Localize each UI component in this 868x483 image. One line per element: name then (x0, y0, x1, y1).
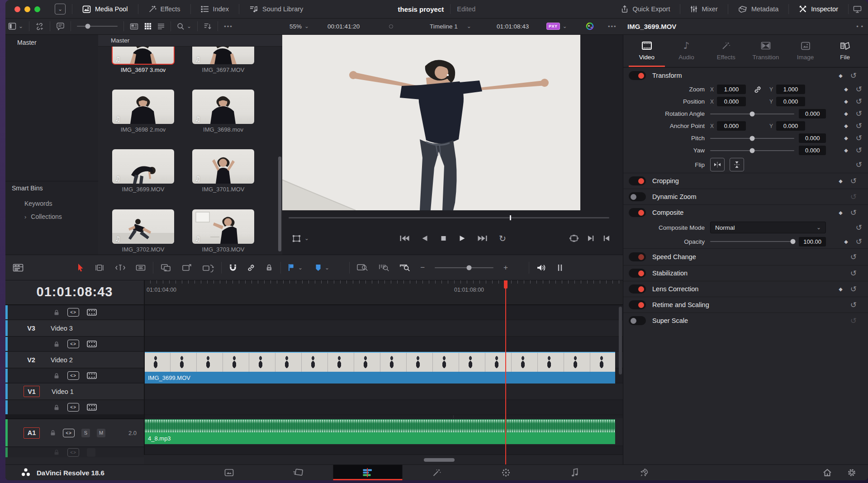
zoom-link-icon[interactable] (746, 85, 769, 94)
rotation-slider[interactable] (710, 114, 794, 114)
mute-button[interactable]: M (97, 429, 105, 437)
selection-mode-icon[interactable] (77, 263, 84, 272)
section-stabilization[interactable]: Stabilization ↺ (623, 265, 868, 281)
page-edit[interactable] (333, 465, 402, 480)
sound-library-toggle-button[interactable]: Sound Library (239, 0, 313, 18)
track-lock-icon[interactable] (50, 430, 56, 436)
keyframe-icon[interactable]: ◆ (844, 99, 848, 104)
track-id[interactable]: V3 (24, 323, 39, 333)
media-clip-card[interactable]: ♫ IMG_3703.MOV (192, 209, 254, 253)
reset-icon[interactable]: ↺ (850, 253, 857, 261)
stop-button[interactable] (440, 235, 447, 242)
auto-select-icon[interactable]: <> (67, 403, 79, 412)
track-lock-icon[interactable] (53, 309, 60, 316)
video-frame[interactable] (282, 34, 580, 210)
auto-select-icon[interactable]: <> (67, 448, 79, 457)
anchor-y-field[interactable]: 0.000 (776, 121, 805, 131)
go-to-last-frame-button[interactable] (477, 235, 488, 242)
thumbnail-size-slider[interactable] (77, 26, 118, 27)
reset-icon[interactable]: ↺ (856, 224, 862, 232)
timeline-selector-dropdown[interactable]: Timeline 1 ⌄ (430, 18, 471, 34)
effects-toggle-button[interactable]: Effects (138, 0, 190, 18)
metadata-toggle-button[interactable]: Metadata (728, 0, 788, 18)
smart-bin-item-collections[interactable]: › Collections (24, 213, 62, 220)
track-id[interactable]: V1 (24, 386, 40, 397)
keyframe-icon[interactable]: ◆ (844, 123, 848, 129)
clip-comments-icon[interactable] (56, 23, 65, 30)
viewer-overlay-select-icon[interactable] (292, 235, 301, 242)
smart-bin-item-keywords[interactable]: Keywords (24, 200, 52, 207)
track-id[interactable]: V2 (24, 355, 39, 365)
resolve-fx-icon[interactable] (585, 18, 594, 34)
timeline-ruler[interactable]: 01:01:04:00 01:01:08:00 (144, 279, 623, 305)
list-view-button[interactable] (157, 23, 165, 29)
keyframe-icon[interactable]: ◆ (844, 111, 848, 117)
keyframe-icon[interactable]: ◆ (844, 239, 848, 245)
page-fairlight[interactable] (541, 465, 610, 480)
composite-mode-dropdown[interactable]: Normal ⌄ (710, 222, 826, 233)
position-x-field[interactable]: 0.000 (717, 97, 746, 106)
flag-clip-icon[interactable] (288, 264, 294, 271)
section-speed-change[interactable]: Speed Change ↺ (623, 248, 868, 265)
keyframe-icon[interactable]: ◆ (839, 286, 842, 292)
zoom-in-button[interactable]: + (503, 263, 508, 272)
tab-file[interactable]: File (825, 34, 865, 67)
auto-select-icon[interactable]: <> (63, 429, 75, 437)
timeline-horizontal-scrollbar[interactable] (144, 455, 623, 465)
track-filmstrip-icon[interactable] (87, 372, 97, 379)
reset-icon[interactable]: ↺ (856, 110, 862, 118)
media-clip-card[interactable]: ♫ IMG_3697 3.mov (112, 46, 174, 73)
search-icon[interactable]: ⌄ (177, 23, 191, 30)
mixer-toggle-button[interactable]: Mixer (680, 0, 727, 18)
play-button[interactable] (458, 235, 465, 242)
track-lock-icon[interactable] (53, 341, 60, 347)
inspector-toggle-button[interactable]: Inspector (789, 0, 848, 18)
reset-icon[interactable]: ↺ (850, 270, 857, 277)
external-monitor-icon[interactable] (853, 5, 862, 13)
opacity-slider[interactable] (710, 241, 794, 242)
opacity-field[interactable]: 100.00 (799, 237, 826, 246)
zoom-full-extent-icon[interactable] (357, 264, 369, 272)
zoom-out-button[interactable]: − (420, 263, 425, 272)
transform-enable-toggle[interactable] (629, 71, 646, 80)
retime-enable-toggle[interactable] (629, 300, 646, 309)
pitch-slider[interactable] (710, 138, 794, 139)
timeline-view-options-icon[interactable] (13, 264, 24, 272)
previous-edit-point-button[interactable] (603, 235, 610, 242)
super-scale-enable-toggle[interactable] (629, 316, 646, 325)
timeline-audio-clip[interactable]: 4_8.mp3 (144, 419, 615, 444)
flip-horizontal-button[interactable] (710, 158, 725, 171)
flip-vertical-button[interactable] (730, 158, 744, 171)
reset-icon[interactable]: ↺ (850, 285, 857, 293)
track-lock-icon[interactable] (53, 449, 60, 455)
track-id[interactable]: A1 (24, 427, 40, 439)
unlink-proxies-icon[interactable] (35, 22, 44, 31)
tab-video[interactable]: Video (627, 34, 667, 67)
timeline-timecode-display[interactable]: 01:01:08:43 (5, 279, 144, 305)
track-filmstrip-icon[interactable] (87, 341, 97, 347)
timeline-zoom-slider[interactable] (435, 267, 493, 268)
track-header-v3[interactable]: V3 Video 3 (5, 320, 144, 337)
zoom-detail-icon[interactable] (379, 264, 389, 272)
media-clip-card[interactable]: ♫ IMG_3698 2.mov (112, 90, 174, 133)
lens-correction-enable-toggle[interactable] (629, 284, 646, 294)
section-lens-correction[interactable]: Lens Correction ◆ ↺ (623, 281, 868, 297)
media-clip-card[interactable]: ♫ IMG_3701.MOV (192, 149, 254, 193)
position-y-field[interactable]: 0.000 (776, 97, 805, 106)
tab-audio[interactable]: ♪ Audio (667, 34, 707, 67)
zoom-window-button[interactable] (34, 6, 40, 12)
media-pool-toggle-button[interactable]: Media Pool (72, 0, 138, 18)
page-fusion[interactable] (402, 465, 471, 480)
tab-image[interactable]: Image (786, 34, 825, 67)
project-manager-icon[interactable] (823, 469, 832, 477)
index-toggle-button[interactable]: Index (191, 0, 239, 18)
reset-icon[interactable]: ↺ (856, 98, 862, 105)
bin-sidebar-toggle-button[interactable]: ⌄ (8, 23, 23, 30)
zoom-y-field[interactable]: 1.000 (776, 85, 805, 94)
reset-icon[interactable]: ↺ (850, 301, 857, 309)
media-clip-card[interactable]: ♫ IMG_3698.mov (192, 90, 254, 133)
timeline-vertical-scrollbar[interactable] (619, 307, 622, 374)
auto-select-icon[interactable]: <> (67, 308, 79, 317)
viewer-playhead[interactable] (510, 215, 511, 220)
loop-playback-button[interactable]: ↻ (499, 233, 506, 243)
